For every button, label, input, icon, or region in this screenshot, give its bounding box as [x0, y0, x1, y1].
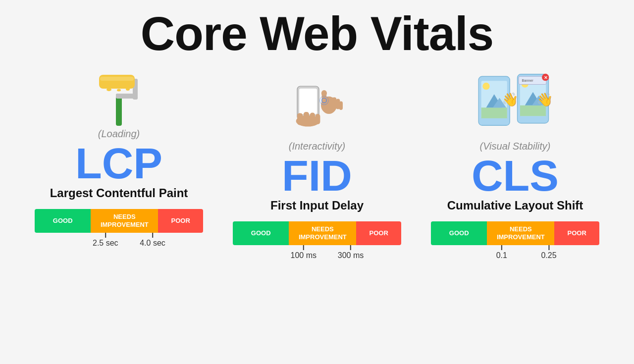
lcp-name: Largest Contentful Paint [50, 186, 188, 200]
lcp-scale-bar: GOOD NEEDS IMPROVEMENT POOR [35, 209, 203, 233]
cls-tick2-label: 0.25 [541, 251, 556, 260]
cls-ticks: 0.1 0.25 [431, 245, 599, 259]
cls-category: (Visual Stability) [479, 141, 550, 152]
fid-scale-bar: GOOD NEEDS IMPROVEMENT POOR [233, 221, 401, 245]
svg-rect-14 [316, 114, 320, 124]
cls-column: Banner ✕ 👋 👋 (Visual Stability) CLS Cumu… [426, 64, 604, 259]
svg-rect-11 [297, 113, 303, 125]
fid-scale: GOOD NEEDS IMPROVEMENT POOR 100 ms 300 m… [233, 221, 401, 259]
fid-ticks: 100 ms 300 ms [233, 245, 401, 259]
page-title: Core Web Vitals [141, 9, 493, 59]
fid-column: (Interactivity) FID First Input Delay GO… [228, 64, 406, 259]
svg-rect-4 [100, 77, 134, 81]
fid-needs-segment: NEEDS IMPROVEMENT [289, 221, 356, 245]
svg-text:👋: 👋 [536, 91, 553, 107]
svg-text:👋: 👋 [502, 91, 519, 107]
lcp-tick1: 2.5 sec [93, 233, 118, 248]
svg-point-5 [106, 88, 111, 91]
lcp-tick2-label: 4.0 sec [140, 239, 165, 248]
cls-good-segment: GOOD [431, 221, 487, 245]
svg-rect-20 [339, 102, 343, 110]
lcp-category: (Loading) [98, 128, 140, 140]
lcp-column: (Loading) LCP Largest Contentful Paint G… [30, 64, 208, 247]
svg-rect-13 [310, 113, 315, 125]
lcp-scale: GOOD NEEDS IMPROVEMENT POOR 2.5 sec 4.0 … [35, 209, 203, 247]
cls-scale: GOOD NEEDS IMPROVEMENT POOR 0.1 0.25 [431, 221, 599, 259]
cls-scale-bar: GOOD NEEDS IMPROVEMENT POOR [431, 221, 599, 245]
fid-name: First Input Delay [270, 199, 364, 212]
lcp-ticks: 2.5 sec 4.0 sec [35, 233, 203, 247]
svg-text:Banner: Banner [522, 78, 534, 83]
cls-tick2: 0.25 [541, 245, 556, 260]
fid-poor-segment: POOR [356, 221, 401, 245]
lcp-icon [89, 64, 149, 128]
svg-text:✕: ✕ [544, 75, 548, 80]
cls-poor-segment: POOR [554, 221, 599, 245]
lcp-good-segment: GOOD [35, 209, 91, 233]
svg-rect-9 [299, 89, 317, 114]
svg-point-7 [126, 88, 130, 91]
fid-tick2: 300 ms [338, 245, 364, 260]
fid-category: (Interactivity) [289, 141, 345, 152]
cls-icon: Banner ✕ 👋 👋 [471, 64, 560, 141]
cls-needs-segment: NEEDS IMPROVEMENT [487, 221, 554, 245]
lcp-tick2: 4.0 sec [140, 233, 165, 248]
svg-point-16 [321, 90, 327, 97]
svg-point-6 [117, 89, 121, 91]
cls-tick1: 0.1 [496, 245, 507, 260]
cls-name: Cumulative Layout Shift [447, 199, 583, 212]
fid-good-segment: GOOD [233, 221, 289, 245]
fid-tick1: 100 ms [291, 245, 317, 260]
svg-rect-12 [304, 112, 309, 125]
fid-abbr: FID [282, 154, 352, 198]
svg-rect-25 [481, 108, 507, 119]
lcp-abbr: LCP [75, 142, 162, 185]
svg-rect-18 [332, 98, 336, 109]
lcp-poor-segment: POOR [158, 209, 203, 233]
lcp-needs-segment: NEEDS IMPROVEMENT [91, 209, 158, 233]
svg-point-28 [482, 83, 489, 90]
fid-tick1-label: 100 ms [291, 251, 317, 260]
lcp-tick1-label: 2.5 sec [93, 239, 118, 248]
cls-abbr: CLS [472, 154, 559, 198]
vitals-grid: (Loading) LCP Largest Contentful Paint G… [0, 64, 634, 364]
fid-icon [277, 64, 357, 141]
fid-tick2-label: 300 ms [338, 251, 364, 260]
cls-tick1-label: 0.1 [496, 251, 507, 260]
